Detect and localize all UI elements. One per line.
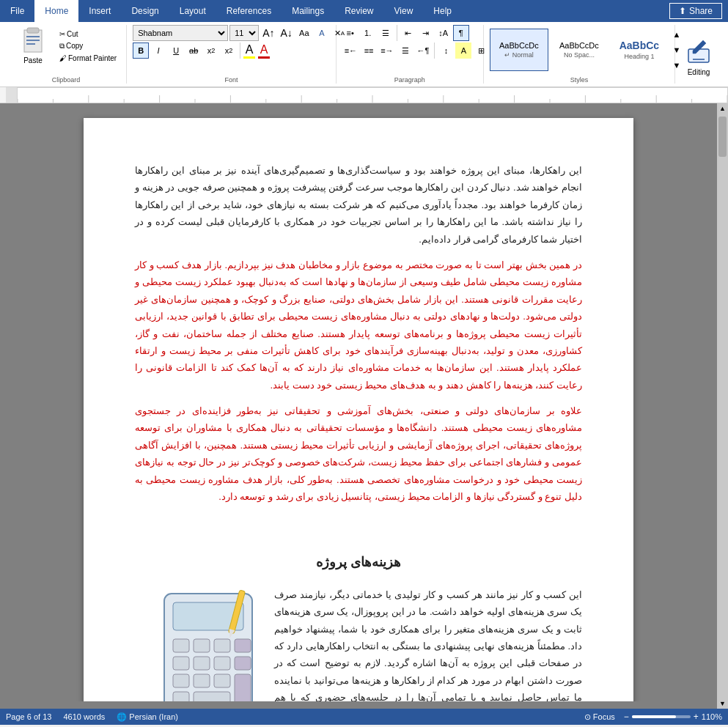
statusbar: Page 6 of 13 4610 words 🌐 Persian (Iran)… [0,709,728,725]
svg-rect-37 [173,657,189,670]
tab-design[interactable]: Design [121,0,169,22]
scroll-thumb[interactable] [718,117,727,157]
font-size-selector[interactable]: 11 [229,25,259,41]
document-area[interactable]: این راهکارها، مبنای این پروژه خواهند بود… [0,103,717,701]
format-painter-icon: 🖌 [59,54,67,62]
font-color-button[interactable]: A [258,43,270,59]
paste-label: Paste [23,56,43,64]
show-paragraph-button[interactable]: ¶ [453,25,469,41]
cut-label: Cut [67,30,78,38]
tab-home[interactable]: Home [34,0,78,22]
font-row2: B I U ab x2 x2 A A [133,43,270,59]
line-spacing-button[interactable]: ↕ [438,43,454,59]
tab-insert[interactable]: Insert [78,0,121,22]
decrease-indent-button[interactable]: ⇤ [400,25,416,41]
zoom-out-button[interactable]: − [624,712,629,722]
svg-rect-34 [194,639,210,652]
para-sep2 [434,43,435,59]
strikethrough-button[interactable]: ab [185,43,202,59]
decrease-font-size-button[interactable]: A↓ [278,25,294,41]
zoom-fill [632,715,676,718]
scissors-icon: ✂ [59,30,65,38]
para-sep1 [397,25,397,41]
focus-label[interactable]: ⊙ Focus [584,712,615,722]
format-painter-button[interactable]: 🖌 Format Painter [56,53,120,64]
tab-mailings[interactable]: Mailings [282,0,334,22]
ribbon-content: Paste ✂ Cut ⧉ Copy 🖌 Format Painter Clip… [0,22,728,87]
spacer [135,514,582,528]
underline-button[interactable]: U [168,43,184,59]
svg-rect-36 [235,639,251,652]
justify-button[interactable]: ☰ [397,43,413,59]
zoom-slider[interactable] [632,715,691,718]
align-left-button[interactable]: ≡← [342,43,359,59]
svg-rect-1 [27,28,39,33]
svg-rect-40 [235,657,251,670]
cost-section: این کسب و کار نیز مانند هر کسب و کار تول… [135,586,582,701]
tab-layout[interactable]: Layout [169,0,216,22]
tab-references[interactable]: References [216,0,282,22]
style-no-spacing-preview: AaBbCcDc [559,41,599,50]
style-heading1-label: Heading 1 [624,53,654,60]
font-separator [240,43,240,59]
sort-button[interactable]: ↕A [435,25,452,41]
tab-file[interactable]: File [0,0,34,22]
scroll-up-button[interactable]: ▲ [718,103,727,114]
svg-rect-33 [173,639,189,652]
vertical-scrollbar[interactable]: ▲ ▼ [717,103,728,709]
doc-scroll-container: این راهکارها، مبنای این پروژه خواهند بود… [0,103,728,709]
section-title: هزینه‌های پروژه [135,550,582,574]
scroll-down-button[interactable]: ▼ [718,698,727,709]
style-no-spacing[interactable]: AaBbCcDc No Spac... [550,29,608,71]
svg-rect-39 [214,657,230,670]
styles-group: AaBbCcDc ↵ Normal AaBbCcDc No Spac... Aa… [484,25,675,84]
align-center-button[interactable]: ≡≡ [361,43,377,59]
change-case-button[interactable]: Aa [296,25,312,41]
font-group-label: Font [224,75,238,84]
rtl-button[interactable]: ←¶ [415,43,432,59]
numbering-button[interactable]: 1. [360,25,376,41]
svg-rect-2 [26,36,40,37]
style-normal[interactable]: AaBbCcDc ↵ Normal [490,29,548,71]
svg-rect-35 [214,639,230,652]
svg-rect-45 [173,692,189,701]
bullets-button[interactable]: ≡• [342,25,359,41]
lang-icon: 🌐 [117,712,127,721]
svg-rect-41 [173,674,189,687]
zoom-in-button[interactable]: + [694,712,699,722]
shading-button[interactable]: A [455,43,471,59]
increase-indent-button[interactable]: ⇥ [418,25,434,41]
svg-rect-5 [688,49,709,62]
clipboard-controls: Paste ✂ Cut ⧉ Copy 🖌 Format Painter [12,25,120,67]
tab-view[interactable]: View [384,0,424,22]
paragraph-row1: ≡• 1. ☰ ⇤ ⇥ ↕A ¶ [342,25,469,41]
document-page: این راهکارها، مبنای این پروژه خواهند بود… [84,118,633,701]
svg-rect-4 [26,43,35,45]
share-button[interactable]: ⬆ Share [669,3,722,19]
highlight-color-bar [243,56,255,59]
subscript-button[interactable]: x2 [203,43,219,59]
superscript-button[interactable]: x2 [221,43,237,59]
tab-review[interactable]: Review [334,0,383,22]
statusbar-right: ⊙ Focus − + 110% [584,712,722,722]
paste-button[interactable]: Paste [12,25,54,67]
ruler-corner [6,87,17,103]
multilevel-button[interactable]: ☰ [378,25,394,41]
italic-button[interactable]: I [150,43,166,59]
svg-rect-44 [235,674,251,701]
style-heading1[interactable]: AaBbCc Heading 1 [610,29,669,71]
styles-list: AaBbCcDc ↵ Normal AaBbCcDc No Spac... Aa… [490,29,669,71]
format-label: Format Painter [68,54,117,62]
text-effects-button[interactable]: A [314,25,330,41]
align-right-button[interactable]: ≡→ [378,43,395,59]
copy-button[interactable]: ⧉ Copy [56,40,120,52]
cut-button[interactable]: ✂ Cut [56,29,120,40]
bold-button[interactable]: B [133,43,149,59]
font-selector[interactable]: Shabnam [133,25,228,41]
editing-label: Editing [688,68,710,76]
tab-help[interactable]: Help [423,0,462,22]
increase-font-size-button[interactable]: A↑ [260,25,276,41]
text-highlight-button[interactable]: A [243,43,255,59]
editing-button[interactable]: Editing [684,33,713,76]
clipboard-small-buttons: ✂ Cut ⧉ Copy 🖌 Format Painter [56,25,120,67]
